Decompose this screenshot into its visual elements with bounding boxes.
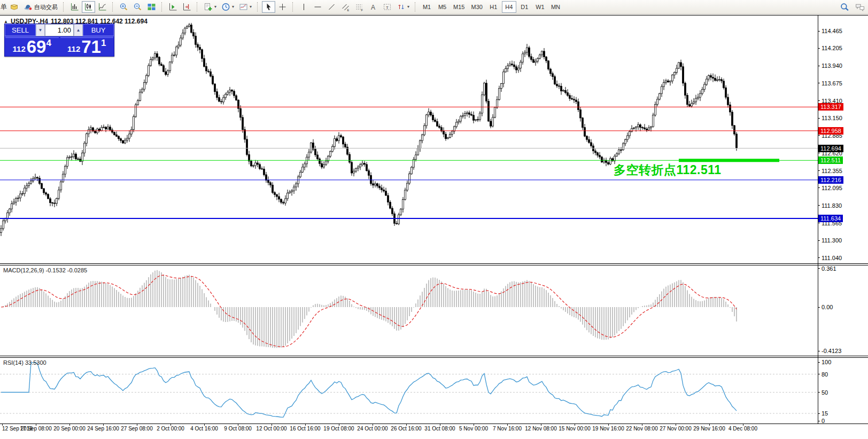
price-tag-112.958: 112.958 [818, 127, 843, 135]
autotrading-button[interactable]: 自动交易 [21, 1, 60, 13]
timeframe-M1[interactable]: M1 [420, 1, 434, 13]
rsi-indicator-panel[interactable] [0, 358, 818, 424]
text-label-icon: T [383, 3, 392, 11]
volume-increase-button[interactable]: ▲ [74, 24, 83, 36]
volume-input[interactable] [45, 24, 74, 36]
price-tick-label: 112.355 [821, 168, 842, 174]
bar-chart-mode-button[interactable] [68, 1, 81, 13]
rsi-tick-mark [818, 392, 820, 393]
zoom-out-button[interactable] [131, 1, 144, 13]
vertical-line-icon [299, 3, 308, 11]
cursor-icon [264, 3, 273, 11]
price-tick-mark [818, 83, 820, 83]
template-icon [239, 3, 248, 11]
chat-icon[interactable] [855, 3, 865, 12]
clock-icon [221, 3, 230, 11]
price-tick-label: 114.205 [821, 45, 842, 51]
periods-button[interactable]: ▾ [219, 1, 236, 13]
macd-indicator-panel[interactable] [0, 265, 818, 356]
channel-tool-button[interactable]: E [339, 1, 352, 13]
timeframe-M15[interactable]: M15 [451, 1, 467, 13]
panel-divider[interactable] [0, 356, 868, 356]
timeframe-MN[interactable]: MN [548, 1, 563, 13]
timeframe-M30[interactable]: M30 [468, 1, 485, 13]
timeframe-W1[interactable]: W1 [533, 1, 547, 13]
fibonacci-tool-button[interactable]: F [353, 1, 366, 13]
text-a-icon: A [369, 3, 378, 11]
zoom-in-button[interactable] [117, 1, 130, 13]
buy-price-display[interactable]: 112 71 1 [60, 37, 114, 56]
rsi-tick-label: 15 [821, 410, 828, 417]
panel-divider[interactable] [0, 265, 868, 265]
vertical-line-tool-button[interactable] [297, 1, 311, 13]
svg-text:T: T [386, 5, 389, 10]
price-tick-mark [818, 31, 820, 32]
mt4-window: 单 自动交易 ▾ ▾ ▾ E F A T ▾ [0, 0, 868, 439]
panel-divider[interactable] [0, 357, 868, 358]
macd-tick-label: 0.361 [821, 265, 836, 272]
candlestick-mode-button[interactable] [82, 1, 95, 13]
sell-button[interactable]: SELL [5, 24, 36, 36]
templates-button[interactable]: ▾ [237, 1, 254, 13]
search-icon[interactable] [840, 3, 849, 12]
cursor-tool-button[interactable] [262, 1, 275, 13]
price-tag-112.694: 112.694 [818, 145, 843, 152]
dropdown-caret-icon: ▾ [250, 5, 252, 9]
price-tick-label: 113.940 [821, 62, 842, 69]
trendline-tool-button[interactable] [325, 1, 338, 13]
time-tick-label: 29 Nov 16:00 [693, 426, 725, 432]
time-tick-label: 4 Oct 16:00 [190, 426, 218, 432]
chart-shift-button[interactable] [180, 1, 193, 13]
book-icon [10, 3, 19, 11]
add-indicator-button[interactable]: ▾ [201, 1, 219, 13]
timeframe-H4[interactable]: H4 [502, 1, 516, 13]
crosshair-tool-button[interactable] [276, 1, 289, 13]
tile-windows-button[interactable] [145, 1, 158, 13]
volume-decrease-button[interactable]: ▼ [36, 24, 45, 36]
toolbar-right-group [840, 3, 868, 12]
fibonacci-icon: F [355, 3, 364, 11]
expert-advisor-hat-icon [24, 3, 33, 11]
new-order-partial-label[interactable]: 单 [1, 3, 7, 12]
zoom-out-icon [133, 3, 142, 11]
chart-frame-bottom-border [0, 424, 868, 424]
main-price-chart[interactable] [0, 15, 818, 263]
line-chart-icon [98, 3, 107, 11]
toolbar-grip [292, 2, 295, 12]
label-tool-button[interactable]: T [381, 1, 394, 13]
timeframe-M5[interactable]: M5 [435, 1, 449, 13]
price-tick-label: 111.300 [821, 237, 842, 244]
bar-chart-icon [70, 3, 79, 11]
macd-label: MACD(12,26,9) -0.1532 -0.0285 [3, 267, 87, 273]
price-tag-112.216: 112.216 [818, 176, 843, 184]
timeframe-D1[interactable]: D1 [517, 1, 532, 13]
time-tick-label: 27 Sep 08:00 [121, 426, 153, 432]
price-tick-label: 112.095 [821, 185, 842, 191]
horizontal-line-tool-button[interactable] [311, 1, 324, 13]
timeframe-H1[interactable]: H1 [486, 1, 501, 13]
sell-price-display[interactable]: 112 69 4 [5, 37, 59, 56]
price-tag-112.511: 112.511 [818, 156, 843, 164]
time-tick-label: 31 Oct 08:00 [424, 426, 455, 432]
toolbar-grip [257, 2, 260, 12]
macd-tick-mark [818, 268, 820, 269]
price-tick-mark [818, 170, 820, 171]
buy-button[interactable]: BUY [83, 24, 114, 36]
order-book-icon[interactable] [7, 1, 21, 13]
sell-price-prefix: 112 [13, 44, 26, 53]
tile-windows-icon [147, 3, 156, 11]
panel-divider[interactable] [0, 263, 868, 264]
autotrading-label: 自动交易 [34, 3, 58, 11]
sell-price-main: 69 [27, 39, 46, 55]
auto-scroll-button[interactable] [166, 1, 180, 13]
time-tick-label: 4 Dec 08:00 [728, 426, 757, 432]
dropdown-caret-icon: ▾ [407, 5, 409, 9]
line-chart-mode-button[interactable] [96, 1, 109, 13]
time-tick-label: 20 Sep 00:00 [53, 426, 86, 432]
macd-tick-mark [818, 307, 820, 308]
macd-tick-mark [818, 351, 820, 351]
text-tool-button[interactable]: A [367, 1, 380, 13]
price-tick-mark [818, 187, 820, 188]
rsi-tick-mark [818, 374, 820, 374]
arrows-tool-button[interactable]: ▾ [394, 1, 412, 13]
